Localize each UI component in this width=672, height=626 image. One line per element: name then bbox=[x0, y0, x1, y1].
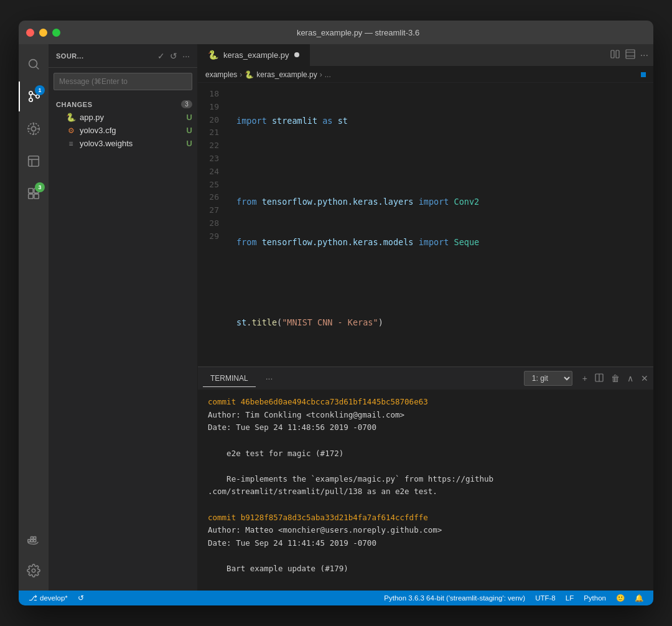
status-bell[interactable]: 🔔 bbox=[630, 591, 648, 605]
python-version: Python 3.6.3 64-bit ('streamlit-staging'… bbox=[384, 594, 525, 602]
code-editor[interactable]: 18 19 20 21 22 23 24 25 26 27 28 29 impo… bbox=[198, 83, 653, 367]
svg-rect-16 bbox=[28, 540, 30, 542]
activity-source-control[interactable]: 1 bbox=[19, 82, 49, 111]
minimize-button[interactable] bbox=[39, 29, 47, 37]
terminal-line-blank-1 bbox=[208, 434, 643, 447]
activity-search[interactable] bbox=[19, 49, 49, 79]
language-value: Python bbox=[584, 594, 606, 602]
terminal-line-blank-2 bbox=[208, 460, 643, 473]
svg-line-6 bbox=[32, 93, 36, 96]
terminal-line-6: .com/streamlit/streamlit/pull/138 as an … bbox=[208, 485, 643, 498]
encoding-value: UTF-8 bbox=[535, 594, 556, 602]
status-branch[interactable]: ⎇ develop* bbox=[24, 591, 73, 605]
sidebar-header: SOUR... ✓ ↺ ··· bbox=[49, 44, 197, 68]
extensions-badge: 3 bbox=[35, 182, 45, 192]
split-terminal-icon[interactable] bbox=[595, 373, 604, 384]
traffic-lights bbox=[26, 29, 60, 37]
close-button[interactable] bbox=[26, 29, 34, 37]
status-encoding[interactable]: UTF-8 bbox=[530, 591, 561, 605]
file-item-app-py[interactable]: 🐍 app.py U bbox=[49, 111, 197, 124]
split-editor-icon[interactable] bbox=[610, 49, 620, 62]
activity-settings[interactable] bbox=[19, 556, 49, 586]
branch-icon: ⎇ bbox=[29, 594, 37, 602]
more-tab-actions-icon[interactable]: ··· bbox=[640, 50, 648, 61]
terminal-tab[interactable]: TERMINAL bbox=[203, 370, 256, 387]
terminal-more-icon[interactable]: ··· bbox=[266, 373, 273, 383]
terminal-line-1: commit 46bebe6d0ae494cbcca73d61bf1445bc5… bbox=[208, 396, 643, 409]
status-bar: ⎇ develop* ↺ Python 3.6.3 64-bit ('strea… bbox=[19, 591, 653, 605]
bell-icon: 🔔 bbox=[635, 594, 643, 602]
file-name-app-py: app.py bbox=[80, 113, 183, 122]
changes-label: CHANGES bbox=[56, 101, 181, 108]
maximize-terminal-icon[interactable]: ∧ bbox=[627, 373, 633, 383]
status-line-ending[interactable]: LF bbox=[561, 591, 579, 605]
file-status-yolov3-weights: U bbox=[187, 139, 192, 148]
tab-file-icon: 🐍 bbox=[208, 50, 218, 60]
breadcrumb-sep-1: › bbox=[240, 70, 242, 79]
status-language[interactable]: Python bbox=[579, 591, 611, 605]
activity-remote[interactable] bbox=[19, 146, 49, 176]
status-smiley[interactable]: 🙂 bbox=[611, 591, 630, 605]
terminal-line-10: Bart example update (#179) bbox=[208, 563, 643, 576]
svg-rect-24 bbox=[626, 50, 635, 58]
kill-terminal-icon[interactable]: 🗑 bbox=[611, 373, 620, 383]
main-content: 1 bbox=[19, 44, 653, 591]
toggle-panel-icon[interactable] bbox=[625, 49, 635, 62]
changes-header[interactable]: CHANGES 3 bbox=[49, 98, 197, 111]
tab-modified-indicator bbox=[294, 52, 299, 57]
breadcrumb-filename[interactable]: keras_example.py bbox=[256, 70, 317, 79]
terminal-body[interactable]: commit 46bebe6d0ae494cbcca73d61bf1445bc5… bbox=[198, 390, 653, 591]
more-actions-icon[interactable]: ··· bbox=[182, 51, 190, 61]
branch-name: develop* bbox=[40, 594, 68, 602]
vscode-window: keras_example.py — streamlit-3.6 1 bbox=[19, 21, 653, 605]
changes-count: 3 bbox=[181, 100, 192, 108]
status-python[interactable]: Python 3.6.3 64-bit ('streamlit-staging'… bbox=[379, 591, 530, 605]
svg-point-4 bbox=[36, 95, 40, 98]
terminal-tab-bar: TERMINAL ··· 1: git 2: bash 3: zsh + bbox=[198, 367, 653, 390]
activity-docker[interactable] bbox=[19, 526, 49, 556]
svg-rect-12 bbox=[29, 189, 33, 193]
file-status-yolov3-cfg: U bbox=[187, 126, 192, 135]
activity-debug[interactable] bbox=[19, 114, 49, 144]
terminal-container: TERMINAL ··· 1: git 2: bash 3: zsh + bbox=[198, 367, 653, 591]
changes-section: CHANGES 3 🐍 app.py U ⚙ yolov3.cfg U ≡ yo… bbox=[49, 95, 197, 152]
breadcrumb-ellipsis[interactable]: ... bbox=[325, 70, 331, 79]
commit-checkmark-icon[interactable]: ✓ bbox=[157, 51, 165, 61]
breadcrumb: examples › 🐍 keras_example.py › ... bbox=[198, 67, 653, 83]
status-sync[interactable]: ↺ bbox=[73, 591, 89, 605]
cfg-file-icon: ⚙ bbox=[66, 126, 76, 135]
tab-keras-example[interactable]: 🐍 keras_example.py bbox=[198, 44, 310, 66]
svg-rect-23 bbox=[616, 50, 619, 58]
terminal-line-5: Re-implements the `examples/magic.py` fr… bbox=[208, 473, 643, 486]
terminal-line-blank-5 bbox=[208, 576, 643, 589]
terminal-session-select[interactable]: 1: git 2: bash 3: zsh bbox=[524, 371, 572, 386]
svg-rect-14 bbox=[29, 194, 33, 199]
weights-file-icon: ≡ bbox=[66, 139, 76, 148]
sync-icon: ↺ bbox=[78, 594, 84, 602]
breadcrumb-examples[interactable]: examples bbox=[205, 70, 237, 79]
commit-message-input[interactable] bbox=[54, 73, 192, 90]
terminal-line-blank-4 bbox=[208, 550, 643, 563]
maximize-button[interactable] bbox=[52, 29, 60, 37]
source-control-badge: 1 bbox=[35, 85, 45, 95]
line-numbers: 18 19 20 21 22 23 24 25 26 27 28 29 bbox=[198, 83, 229, 367]
breadcrumb-sep-2: › bbox=[320, 70, 322, 79]
activity-extensions[interactable]: 3 bbox=[19, 179, 49, 208]
line-ending-value: LF bbox=[566, 594, 574, 602]
activity-bar: 1 bbox=[19, 44, 49, 591]
tab-bar: 🐍 keras_example.py bbox=[198, 44, 653, 67]
tab-label: keras_example.py bbox=[223, 50, 289, 60]
svg-line-1 bbox=[36, 67, 39, 69]
terminal-line-8: Author: Matteo <monchier@users.noreply.g… bbox=[208, 524, 643, 537]
svg-rect-19 bbox=[30, 537, 33, 540]
terminal-line-2: Author: Tim Conkling <tconkling@gmail.co… bbox=[208, 409, 643, 422]
file-item-yolov3-cfg[interactable]: ⚙ yolov3.cfg U bbox=[49, 124, 197, 137]
refresh-icon[interactable]: ↺ bbox=[170, 51, 177, 61]
file-item-yolov3-weights[interactable]: ≡ yolov3.weights U bbox=[49, 137, 197, 150]
close-terminal-icon[interactable]: ✕ bbox=[641, 373, 648, 383]
svg-point-2 bbox=[29, 91, 33, 95]
new-terminal-icon[interactable]: + bbox=[582, 373, 587, 383]
terminal-line-9: Date: Tue Sep 24 11:41:45 2019 -0700 bbox=[208, 537, 643, 550]
titlebar: keras_example.py — streamlit-3.6 bbox=[19, 21, 653, 44]
terminal-line-3: Date: Tue Sep 24 11:48:56 2019 -0700 bbox=[208, 421, 643, 434]
